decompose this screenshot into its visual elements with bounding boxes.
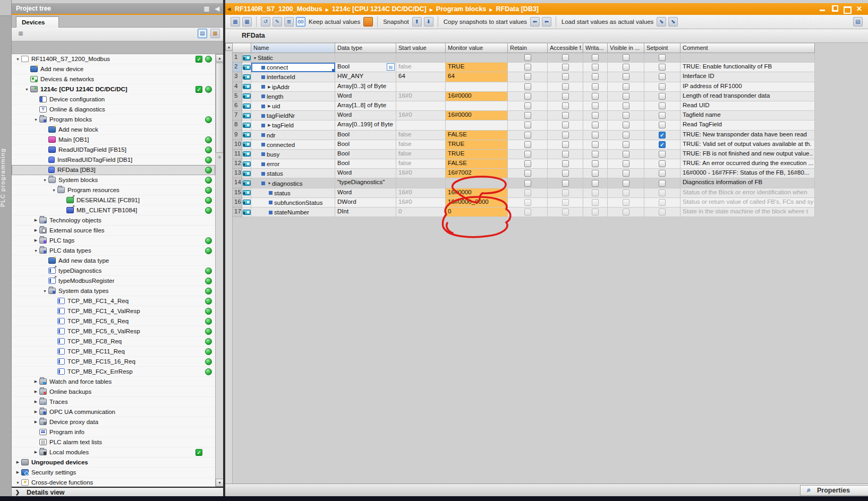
data-type-cell[interactable]: Array[0..199] of Byte: [335, 120, 396, 130]
accessible-checkbox[interactable]: [562, 54, 569, 61]
row-number[interactable]: 9: [233, 131, 242, 140]
float-icon[interactable]: [831, 5, 838, 12]
tree-expander-icon[interactable]: ▶: [33, 390, 39, 394]
tree-expander-icon[interactable]: ▶: [33, 379, 39, 384]
tree-item[interactable]: TCP_MB_FC1_4_ValResp: [12, 306, 215, 316]
writable-checkbox[interactable]: [592, 199, 599, 206]
name-cell[interactable]: status: [251, 169, 335, 178]
data-type-cell[interactable]: DInt: [335, 208, 396, 217]
tree-item[interactable]: Add new data type: [12, 256, 215, 266]
start-value-cell[interactable]: 16#0: [396, 92, 446, 101]
visible-checkbox[interactable]: [623, 180, 629, 187]
visible-checkbox[interactable]: [623, 199, 629, 206]
writable-checkbox[interactable]: [592, 64, 599, 71]
auto-collapse-icon[interactable]: ▥: [203, 5, 210, 12]
writable-checkbox[interactable]: [592, 170, 599, 177]
tree-expander-icon[interactable]: ▼: [51, 188, 57, 192]
tree-item[interactable]: ▶Watch and force tables: [12, 377, 215, 387]
comment-cell[interactable]: Diagnostics information of FB: [680, 178, 815, 188]
column-header-blank[interactable]: [233, 43, 251, 53]
accessible-checkbox[interactable]: [562, 170, 569, 177]
new-item-icon[interactable]: ▦: [16, 29, 25, 39]
row-number[interactable]: 8: [233, 120, 242, 130]
writable-checkbox[interactable]: [592, 160, 599, 167]
name-cell[interactable]: ▶ipAddr: [251, 82, 335, 92]
tree-expander-icon[interactable]: ▶: [33, 410, 39, 414]
name-cell[interactable]: status: [251, 188, 335, 198]
tree-item[interactable]: ▶Technology objects: [12, 215, 215, 226]
name-cell[interactable]: tagFieldNr: [251, 111, 335, 120]
row-number[interactable]: 7: [233, 111, 242, 120]
visible-checkbox[interactable]: [623, 73, 629, 80]
writable-checkbox[interactable]: [592, 102, 599, 109]
comment-cell[interactable]: Status or return value of called FB's, F…: [680, 198, 815, 208]
row-number[interactable]: 5: [233, 92, 242, 101]
tree-expander-icon[interactable]: ▶: [33, 420, 39, 424]
comment-cell[interactable]: IP address of RF1000: [680, 82, 815, 92]
comment-cell[interactable]: 16#0000 - 16#7FFF: Status of the FB, 16#…: [680, 169, 815, 178]
row-number[interactable]: 1: [233, 53, 242, 63]
variable-name[interactable]: busy: [267, 151, 279, 158]
comment-cell[interactable]: TRUE: FB is not finished and new output …: [680, 150, 815, 159]
retain-checkbox[interactable]: [524, 112, 531, 119]
visible-checkbox[interactable]: [623, 141, 629, 148]
data-type-cell[interactable]: Array[0..3] of Byte: [335, 82, 396, 92]
row-number[interactable]: 6: [233, 101, 242, 111]
accessible-checkbox[interactable]: [562, 64, 569, 71]
tree-item[interactable]: TCP_MB_FC5_6_Req: [12, 316, 215, 326]
name-cell-selected[interactable]: connect: [251, 63, 335, 72]
start-value-cell[interactable]: false: [396, 140, 446, 150]
scroll-down-icon[interactable]: ▼: [216, 479, 224, 487]
comment-cell[interactable]: TRUE: An error occurred during the execu…: [680, 159, 815, 169]
setpoint-checkbox[interactable]: [659, 54, 666, 61]
monitor-value-cell[interactable]: FALSE: [446, 159, 508, 169]
visible-checkbox[interactable]: [623, 122, 629, 128]
data-type-cell[interactable]: Bool: [335, 131, 396, 140]
accessible-checkbox[interactable]: [562, 93, 569, 100]
data-type-cell[interactable]: Word: [335, 169, 396, 178]
cell-fill-handle[interactable]: [332, 69, 335, 72]
comment-cell[interactable]: TRUE: Valid set of output values availab…: [680, 140, 815, 150]
accessible-checkbox[interactable]: [562, 102, 569, 109]
variable-name[interactable]: status: [267, 170, 283, 177]
name-cell[interactable]: ▼diagnostics: [251, 178, 335, 188]
start-value-cell[interactable]: [396, 101, 446, 111]
writable-checkbox[interactable]: [592, 93, 599, 100]
writable-checkbox[interactable]: [592, 73, 599, 80]
create-snapshot-icon[interactable]: ⬆: [412, 17, 422, 27]
comment-cell[interactable]: TRUE: New transponder data have been rea…: [680, 131, 815, 140]
writable-checkbox[interactable]: [592, 209, 599, 215]
name-cell[interactable]: stateNumber: [251, 208, 335, 217]
retain-checkbox[interactable]: [524, 73, 531, 80]
monitor-value-cell[interactable]: [446, 178, 508, 188]
variable-name[interactable]: connect: [267, 64, 288, 71]
variable-name[interactable]: tagFieldNr: [267, 113, 295, 119]
add-row-icon[interactable]: ▦: [242, 17, 252, 27]
tree-item[interactable]: ▶OPC UA communication: [12, 407, 215, 417]
accessible-checkbox[interactable]: [562, 122, 569, 128]
setpoint-checkbox[interactable]: [659, 112, 666, 119]
monitor-value-cell[interactable]: [446, 101, 508, 111]
keep-actual-values-icon[interactable]: [363, 17, 373, 27]
project-tree-scrollbar[interactable]: ▲ ≡ ▼: [215, 54, 223, 487]
tree-item[interactable]: typeDiagnostics: [12, 266, 215, 276]
tree-item[interactable]: ▼System blocks: [12, 175, 215, 185]
comment-cell[interactable]: Read TagField: [680, 120, 815, 130]
setpoint-checkbox[interactable]: [659, 64, 666, 71]
monitor-value-cell[interactable]: 16#0000: [446, 111, 508, 120]
name-cell[interactable]: interfaceId: [251, 72, 335, 82]
start-value-cell[interactable]: false: [396, 159, 446, 169]
comment-cell[interactable]: Read UID: [680, 101, 815, 111]
writable-checkbox[interactable]: [592, 132, 599, 139]
data-type-cell[interactable]: DWord: [335, 198, 396, 208]
column-header-setpoint[interactable]: Setpoint: [644, 43, 680, 53]
name-cell[interactable]: ndr: [251, 131, 335, 140]
variable-name[interactable]: interfaceId: [267, 74, 295, 80]
tree-item[interactable]: ▶PLC tags: [12, 236, 215, 246]
name-cell[interactable]: ▼Static: [251, 53, 335, 63]
start-value-cell[interactable]: [396, 178, 446, 188]
start-value-cell[interactable]: 16#0: [396, 169, 446, 178]
retain-checkbox[interactable]: [524, 64, 531, 71]
variable-name[interactable]: subfunctionStatus: [274, 200, 322, 206]
retain-checkbox[interactable]: [524, 122, 531, 128]
